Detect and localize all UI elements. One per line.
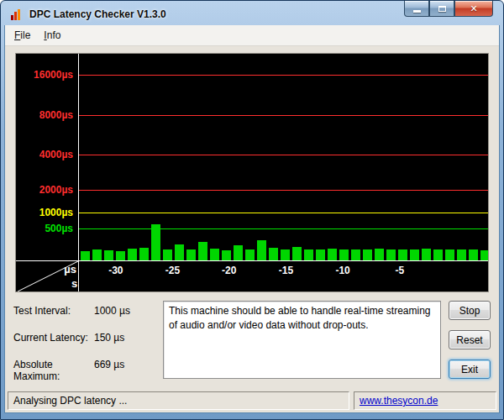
y-axis-line: [78, 54, 79, 260]
exit-button[interactable]: Exit: [449, 360, 491, 379]
app-chart-icon: [11, 9, 24, 20]
maximize-button[interactable]: [429, 1, 454, 17]
x-unit-label: s: [71, 277, 77, 290]
latency-bar: [375, 249, 384, 260]
website-link[interactable]: www.thesycon.de: [360, 395, 438, 407]
latency-bar: [316, 249, 325, 260]
close-button[interactable]: ✕: [454, 1, 493, 17]
latency-bar: [81, 251, 90, 260]
latency-bar: [351, 249, 360, 260]
latency-bar: [339, 249, 349, 260]
x-tick-label: -5: [395, 265, 404, 276]
latency-bar: [386, 249, 396, 260]
x-axis: µs s -30-25-20-15-10-5: [16, 260, 488, 291]
latency-bar: [398, 249, 407, 260]
plot: 16000µs8000µs4000µs2000µs1000µs500µs: [16, 54, 488, 260]
latency-bar: [480, 250, 488, 260]
y-axis-label: 16000µs: [16, 69, 73, 81]
stat-label: Test Interval:: [13, 305, 94, 317]
menubar: FileInfo: [5, 25, 499, 46]
latency-bar: [163, 249, 172, 260]
latency-bar: [363, 249, 372, 260]
reset-button[interactable]: Reset: [449, 330, 491, 349]
stat-value: 669 µs: [94, 359, 163, 382]
message-box: This machine should be able to handle re…: [163, 301, 441, 379]
x-tick-label: -10: [335, 265, 349, 276]
latency-bar: [92, 249, 102, 260]
stats: Test Interval:1000 µsCurrent Latency:150…: [13, 301, 163, 382]
status-text: Analysing DPC latency ...: [8, 391, 349, 410]
x-tick-label: -15: [279, 265, 293, 276]
latency-bar: [422, 249, 431, 260]
info-panel: Test Interval:1000 µsCurrent Latency:150…: [13, 301, 491, 382]
stat-label: Absolute Maximum:: [13, 359, 94, 382]
statusbar: Analysing DPC latency ... www.thesycon.d…: [5, 391, 499, 412]
latency-bar: [469, 249, 478, 260]
y-axis-label: 500µs: [16, 223, 73, 234]
latency-bar: [104, 250, 113, 260]
stat-label: Current Latency:: [13, 332, 94, 344]
latency-bar: [210, 249, 219, 260]
latency-bar: [269, 248, 278, 260]
latency-bar: [186, 249, 196, 260]
y-axis-label: 1000µs: [16, 207, 73, 218]
latency-bar: [116, 251, 125, 260]
x-ticks: -30-25-20-15-10-5: [79, 265, 488, 278]
latency-bar: [139, 248, 149, 260]
latency-chart: 16000µs8000µs4000µs2000µs1000µs500µs µs …: [15, 53, 489, 292]
latency-bar: [328, 249, 337, 260]
latency-bar: [257, 240, 266, 260]
close-icon: ✕: [470, 4, 477, 13]
latency-bar: [292, 247, 302, 260]
latency-bar: [151, 224, 160, 260]
titlebar[interactable]: DPC Latency Checker V1.3.0 ✕: [4, 1, 500, 25]
x-tick-label: -20: [222, 265, 236, 276]
latency-bar: [222, 250, 231, 260]
latency-bar: [234, 245, 243, 260]
latency-bar: [410, 249, 419, 260]
latency-bar: [128, 249, 137, 260]
menu-item-file[interactable]: File: [8, 27, 37, 44]
window-title: DPC Latency Checker V1.3.0: [29, 8, 166, 20]
latency-bar: [433, 249, 443, 260]
y-unit-label: µs: [64, 263, 76, 276]
app-window: DPC Latency Checker V1.3.0 ✕ FileInfo 16…: [0, 0, 504, 420]
x-tick-label: -25: [165, 265, 180, 276]
latency-bar: [175, 244, 184, 260]
latency-bar: [281, 249, 290, 260]
status-link-cell: www.thesycon.de: [354, 391, 496, 410]
minimize-button[interactable]: [404, 1, 429, 17]
latency-bar: [245, 249, 255, 260]
latency-bar: [457, 249, 466, 260]
latency-bar: [304, 249, 313, 260]
y-axis-label: 2000µs: [16, 184, 73, 196]
x-tick-label: -30: [108, 265, 123, 276]
stat-value: 150 µs: [94, 332, 163, 344]
stop-button[interactable]: Stop: [449, 301, 491, 320]
button-column: StopResetExit: [449, 301, 491, 379]
app-body: FileInfo 16000µs8000µs4000µs2000µs1000µs…: [4, 25, 500, 413]
menu-item-info[interactable]: Info: [37, 27, 67, 44]
maximize-icon: [438, 6, 446, 12]
latency-bar: [198, 242, 207, 260]
y-axis-label: 8000µs: [16, 109, 73, 121]
latency-bar: [445, 249, 454, 260]
y-axis-label: 4000µs: [16, 149, 73, 160]
window-controls: ✕: [404, 1, 493, 17]
latency-bars: [81, 54, 488, 260]
stat-value: 1000 µs: [94, 305, 163, 317]
minimize-icon: [413, 10, 421, 13]
